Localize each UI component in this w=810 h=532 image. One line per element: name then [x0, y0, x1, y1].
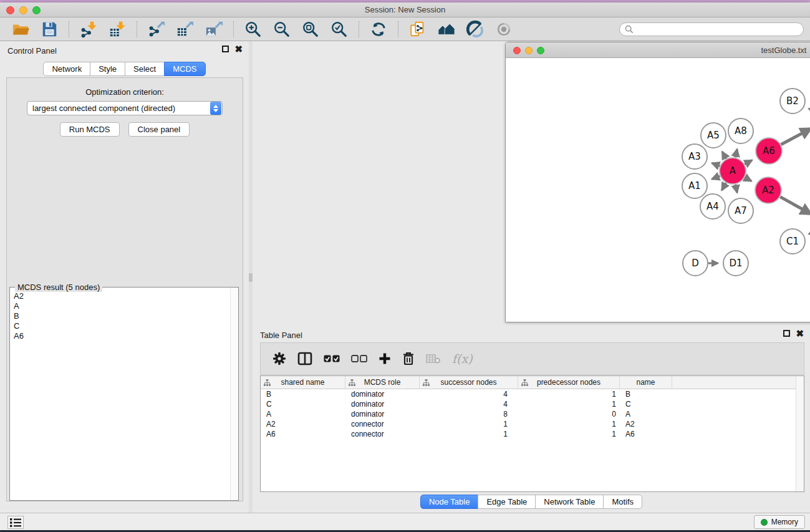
float-table-panel-icon[interactable] [783, 330, 790, 337]
graph-node-D1[interactable]: D1 [723, 251, 748, 276]
show-column-icon [297, 352, 312, 365]
show-graphics-details-button[interactable] [491, 19, 516, 39]
table-cell: dominator [345, 390, 420, 399]
result-item[interactable]: B [14, 311, 226, 321]
zoom-fit-button[interactable] [298, 19, 323, 39]
result-item[interactable]: A [14, 301, 226, 311]
table-settings-button[interactable] [272, 352, 286, 365]
app-titlebar[interactable]: Session: New Session [0, 2, 810, 17]
svg-text:A1: A1 [688, 180, 701, 191]
graph-edge-A-A1[interactable] [712, 176, 720, 179]
graph-edge-A-A8[interactable] [735, 149, 737, 157]
graph-node-A1[interactable]: A1 [682, 173, 707, 198]
open-session-button[interactable] [8, 19, 33, 39]
tab-select[interactable]: Select [125, 62, 165, 76]
graph-node-A2[interactable]: A2 [755, 177, 781, 203]
import-table-button[interactable] [105, 19, 130, 39]
export-image-button[interactable] [201, 19, 226, 39]
result-item[interactable]: A6 [14, 331, 226, 341]
search-input[interactable] [637, 25, 798, 34]
function-builder-button[interactable]: f(x) [452, 352, 473, 365]
table-tab-network-table[interactable]: Network Table [535, 495, 604, 509]
hide-graphics-details-button[interactable] [463, 19, 488, 39]
graph-edge-A6-B[interactable] [781, 128, 810, 145]
tab-mcds[interactable]: MCDS [164, 62, 205, 76]
table-cell: dominator [345, 400, 420, 409]
show-networks-icon [438, 21, 455, 38]
column-header[interactable]: shared name [261, 376, 345, 389]
result-item[interactable]: A2 [14, 291, 226, 301]
memory-button[interactable]: Memory [754, 515, 805, 529]
close-table-panel-icon[interactable]: ✖ [796, 330, 804, 337]
task-history-button[interactable] [7, 516, 24, 529]
zoom-out-button[interactable] [269, 19, 294, 39]
result-item[interactable]: C [14, 321, 226, 331]
graph-node-A6[interactable]: A6 [756, 138, 782, 164]
close-panel-button[interactable]: Close panel [128, 122, 190, 137]
graph-node-A3[interactable]: A3 [682, 144, 707, 169]
refresh-button[interactable] [366, 19, 391, 39]
column-header[interactable]: MCDS role [345, 376, 420, 389]
graph-node-A[interactable]: A [720, 158, 746, 184]
network-window-titlebar[interactable]: testGlobe.txt [506, 42, 810, 58]
add-column-button[interactable] [378, 352, 391, 365]
graph-edge-A-A3[interactable] [712, 163, 720, 166]
delete-table-button[interactable] [426, 354, 441, 364]
graph-node-A7[interactable]: A7 [728, 198, 753, 223]
gear-icon [272, 352, 286, 365]
import-network-button[interactable] [76, 19, 101, 39]
table-row[interactable]: Adominator80A [261, 409, 804, 419]
result-scrollbar[interactable] [230, 288, 238, 500]
table-row[interactable]: A6connector11A6 [261, 429, 804, 439]
table-row[interactable]: Cdominator41C [261, 399, 804, 409]
search-box [619, 22, 804, 36]
optimization-criterion-select[interactable]: largest connected component (directed) [27, 101, 223, 115]
table-body: Bdominator41BCdominator41CAdominator80AA… [261, 389, 804, 439]
graph-edge-A-A7[interactable] [735, 185, 737, 193]
graph-node-A5[interactable]: A5 [701, 123, 726, 148]
float-panel-icon[interactable] [222, 46, 229, 52]
deselect-all-button[interactable] [351, 355, 367, 363]
graph-node-A4[interactable]: A4 [700, 194, 725, 219]
show-networks-button[interactable] [434, 19, 459, 39]
save-session-button[interactable] [37, 19, 62, 39]
tab-network[interactable]: Network [43, 62, 90, 76]
main-toolbar [0, 17, 810, 41]
table-cell: B [620, 390, 672, 399]
table-cell: C [620, 400, 672, 409]
graph-edge-A-A5[interactable] [722, 152, 726, 159]
table-tab-edge-table[interactable]: Edge Table [478, 495, 536, 509]
run-mcds-button[interactable]: Run MCDS [60, 122, 120, 137]
zoom-in-button[interactable] [241, 19, 266, 39]
mcds-tab-content: Optimization criterion: largest connecte… [6, 77, 243, 501]
clone-network-button[interactable] [405, 19, 430, 39]
column-header[interactable]: successor nodes [420, 376, 518, 389]
table-cell: 1 [518, 400, 620, 409]
graph-edge-A-A4[interactable] [722, 183, 726, 190]
graph-node-C1[interactable]: C1 [780, 229, 805, 254]
delete-column-button[interactable] [402, 352, 415, 365]
tab-style[interactable]: Style [90, 62, 125, 76]
export-table-button[interactable] [173, 19, 198, 39]
table-tab-motifs[interactable]: Motifs [603, 495, 642, 509]
table-row[interactable]: A2connector11A2 [261, 419, 804, 429]
graph-edge-A-A6[interactable] [745, 160, 752, 165]
graph-edge-A-A2[interactable] [745, 178, 751, 181]
table-row[interactable]: Bdominator41B [261, 389, 804, 399]
column-header[interactable]: name [620, 376, 672, 389]
graph-edge-A2-C[interactable] [780, 197, 810, 215]
column-header[interactable]: predecessor nodes [518, 376, 620, 389]
graph-node-D[interactable]: D [683, 251, 708, 276]
close-panel-icon[interactable]: ✖ [234, 46, 243, 52]
table-scrollbar[interactable] [796, 376, 804, 491]
graph-node-A8[interactable]: A8 [728, 118, 753, 143]
graph-node-B2[interactable]: B2 [780, 89, 805, 114]
table-tab-node-table[interactable]: Node Table [420, 495, 479, 509]
select-all-button[interactable] [324, 355, 340, 363]
hide-graphics-details-icon [466, 21, 484, 38]
network-canvas[interactable]: B4B2BB3A5A8A6B1A3AC2A1A2A4A7C4CC1C3DD1 [506, 58, 810, 322]
zoom-selected-button[interactable] [327, 19, 352, 39]
export-image-icon [205, 21, 223, 38]
export-network-button[interactable] [144, 19, 169, 39]
show-column-button[interactable] [297, 352, 312, 365]
